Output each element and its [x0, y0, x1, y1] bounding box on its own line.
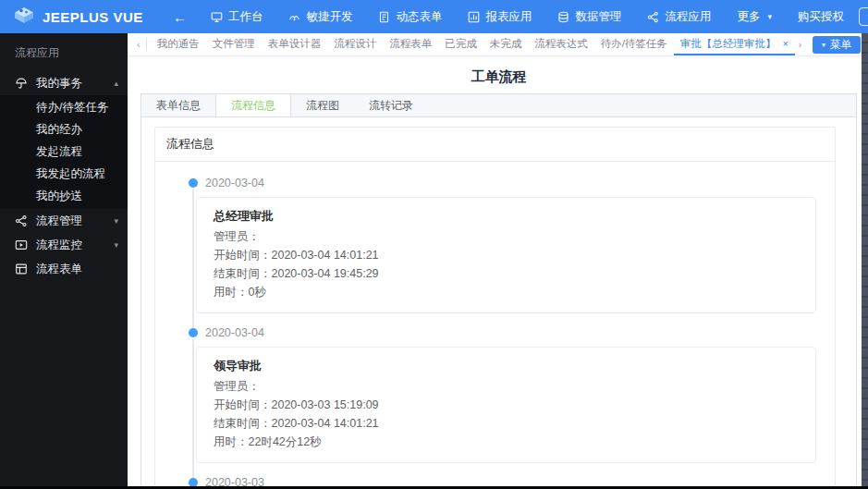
sidebar: 流程应用 我的事务 ▴ 待办/待签任务 我的经办 发起流程 我发起的流程 我的抄… — [0, 33, 128, 489]
sidebar-item-my-handled[interactable]: 我的经办 — [0, 118, 128, 141]
task-title: 领导审批 — [214, 359, 799, 373]
page-tab[interactable]: 流程设计 — [327, 33, 383, 55]
nav-item-agile-dev[interactable]: 敏捷开发 — [288, 9, 352, 25]
page-tab[interactable]: 待办/待签任务 — [594, 33, 674, 55]
nav-item-workbench[interactable]: 工作台 — [211, 9, 263, 25]
form-icon — [15, 263, 28, 275]
tab-process-diagram[interactable]: 流程图 — [291, 94, 354, 116]
end-time-field: 结束时间：2020-03-04 19:45:29 — [214, 264, 799, 283]
timeline-card: 总经理审批 管理员： 开始时间：2020-03-04 14:01:21 结束时间… — [196, 197, 816, 313]
page-tab[interactable]: 我的通告 — [151, 33, 206, 55]
detail-tab-header: 表单信息 流程信息 流程图 流转记录 — [141, 94, 856, 117]
sidebar-group-process-management[interactable]: 流程管理 ▾ — [0, 209, 128, 233]
chevron-down-icon: ▾ — [114, 216, 118, 226]
end-time-field: 结束时间：2020-03-04 14:01:21 — [214, 414, 799, 433]
start-time-field: 开始时间：2020-03-04 14:01:21 — [214, 246, 799, 264]
timeline-date: 2020-03-04 — [205, 177, 816, 189]
sidebar-item-start-process[interactable]: 发起流程 — [0, 141, 128, 163]
sidebar-group-process-form[interactable]: 流程表单 — [0, 257, 128, 281]
page-tab[interactable]: 表单设计器 — [262, 33, 328, 55]
page-content: 工单流程 表单信息 流程信息 流程图 流转记录 流程信息 2020-03-0 — [128, 56, 868, 489]
assignee-field: 管理员： — [214, 227, 799, 246]
tab-process-info[interactable]: 流程信息 — [215, 94, 291, 116]
nav-item-more[interactable]: 更多 ▾ — [737, 9, 772, 25]
process-timeline: 2020-03-04 总经理审批 管理员： 开始时间：2020-03-04 14… — [155, 162, 835, 489]
sidebar-group-label: 流程监控 — [36, 238, 82, 253]
assignee-field: 管理员： — [214, 377, 799, 396]
top-navbar: JEEPLUS VUE ← 工作台 敏捷开发 动态表单 报表应用 数据管理 流程… — [0, 0, 868, 33]
tab-scroll-right-icon[interactable]: › — [795, 39, 806, 50]
nav-item-dynamic-form[interactable]: 动态表单 — [378, 9, 442, 25]
page-tab[interactable]: 未完成 — [483, 33, 529, 55]
chevron-up-icon: ▴ — [114, 79, 118, 88]
sidebar-item-my-started[interactable]: 我发起的流程 — [0, 163, 128, 185]
main-area: ‹ 我的通告 文件管理 表单设计器 流程设计 流程表单 已完成 未完成 流程表达… — [128, 33, 868, 489]
start-time-field: 开始时间：2020-03-03 15:19:09 — [214, 396, 799, 414]
sidebar-item-my-cc[interactable]: 我的抄送 — [0, 185, 128, 207]
duration-field: 用时：22时42分12秒 — [214, 433, 799, 451]
agile-icon — [288, 11, 300, 23]
sidebar-item-todo-tasks[interactable]: 待办/待签任务 — [0, 96, 128, 118]
menu-dropdown-button[interactable]: ▾ 菜单 — [813, 36, 861, 54]
page-tab[interactable]: 流程表单 — [383, 33, 438, 55]
chevron-down-icon: ▾ — [822, 41, 825, 49]
tab-flow-record[interactable]: 流转记录 — [354, 94, 428, 116]
page-tab-strip: ‹ 我的通告 文件管理 表单设计器 流程设计 流程表单 已完成 未完成 流程表达… — [128, 33, 868, 56]
report-chart-icon — [468, 11, 480, 23]
timeline-item: 2020-03-04 领导审批 管理员： 开始时间：2020-03-03 15:… — [189, 326, 816, 476]
detail-tab-body: 流程信息 2020-03-04 总经理审批 管理员： 开始时间：2020-03-… — [141, 117, 856, 489]
sidebar-group-label: 流程管理 — [36, 214, 82, 229]
monitor-play-icon — [15, 238, 28, 251]
umbrella-icon — [15, 77, 28, 90]
chevron-down-icon: ▾ — [114, 240, 118, 250]
timeline-dot-icon — [189, 178, 198, 188]
panel-title: 流程信息 — [155, 128, 835, 162]
sidebar-group-label: 我的事务 — [36, 76, 82, 92]
task-title: 总经理审批 — [214, 209, 799, 224]
monitor-icon — [211, 11, 223, 23]
page-tab-active[interactable]: 审批【总经理审批】 × — [674, 33, 795, 55]
vertical-scrollbar[interactable] — [862, 33, 868, 489]
nav-item-data-management[interactable]: 数据管理 — [557, 9, 621, 25]
sidebar-group-label: 流程表单 — [36, 262, 82, 277]
timeline-item: 2020-03-04 总经理审批 管理员： 开始时间：2020-03-04 14… — [189, 177, 816, 326]
tab-form-info[interactable]: 表单信息 — [141, 94, 215, 116]
timeline-card: 领导审批 管理员： 开始时间：2020-03-03 15:19:09 结束时间：… — [196, 347, 816, 463]
sidebar-group-my-affairs[interactable]: 我的事务 ▴ — [0, 71, 128, 95]
navbar-right-group: 购买授权 ▾ 1 管理员 ⋮ — [798, 6, 868, 28]
tab-strip-divider — [146, 39, 147, 50]
page-tab[interactable]: 流程表达式 — [528, 33, 594, 55]
app-logo-icon — [13, 5, 35, 29]
sidebar-section-title: 流程应用 — [0, 33, 128, 71]
timeline-dot-icon — [189, 328, 198, 337]
process-info-panel: 流程信息 2020-03-04 总经理审批 管理员： 开始时间：2020-03-… — [154, 127, 836, 489]
share-nodes-icon — [15, 214, 28, 227]
nav-item-process-app[interactable]: 流程应用 — [647, 9, 711, 25]
page-tab[interactable]: 文件管理 — [206, 33, 262, 55]
database-icon — [557, 11, 569, 23]
detail-tabs-card: 表单信息 流程信息 流程图 流转记录 流程信息 2020-03-04 — [141, 93, 857, 489]
brand-title: JEEPLUS VUE — [43, 9, 143, 25]
panel-toggle-button[interactable]: ▾ — [859, 7, 868, 26]
process-icon — [647, 11, 659, 23]
close-icon[interactable]: × — [782, 38, 788, 49]
tab-scroll-left-icon[interactable]: ‹ — [133, 39, 144, 50]
page-tab[interactable]: 已完成 — [438, 33, 483, 55]
collapse-back-arrow-icon[interactable]: ← — [173, 9, 187, 25]
nav-item-report-app[interactable]: 报表应用 — [468, 9, 532, 25]
timeline-date: 2020-03-04 — [205, 326, 816, 339]
sidebar-submenu: 待办/待签任务 我的经办 发起流程 我发起的流程 我的抄送 — [0, 95, 128, 209]
page-title: 工单流程 — [141, 56, 857, 93]
dynamic-form-icon — [378, 11, 390, 23]
sidebar-group-process-monitor[interactable]: 流程监控 ▾ — [0, 233, 128, 257]
buy-license-link[interactable]: 购买授权 — [798, 9, 844, 25]
chevron-down-icon: ▾ — [767, 12, 772, 21]
duration-field: 用时：0秒 — [214, 283, 799, 301]
